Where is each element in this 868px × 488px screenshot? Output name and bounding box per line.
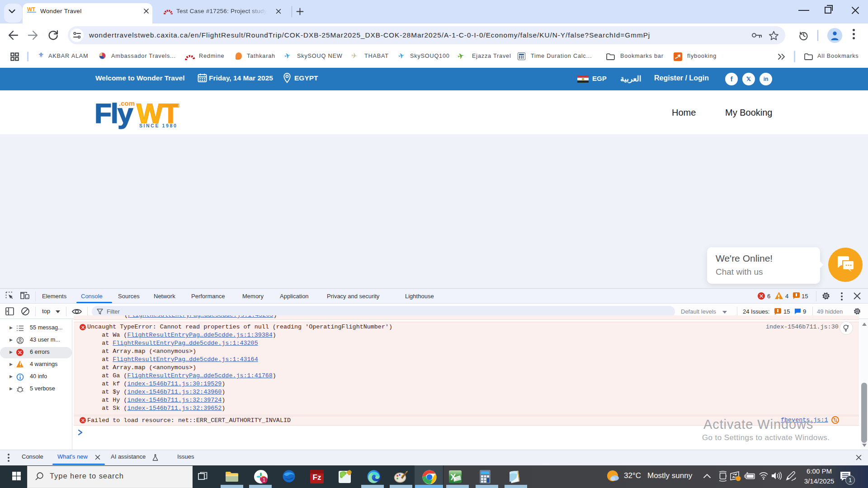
svg-text:X: X: [450, 472, 456, 482]
svg-text:Fz: Fz: [313, 473, 321, 482]
svg-text:1: 1: [263, 478, 265, 483]
